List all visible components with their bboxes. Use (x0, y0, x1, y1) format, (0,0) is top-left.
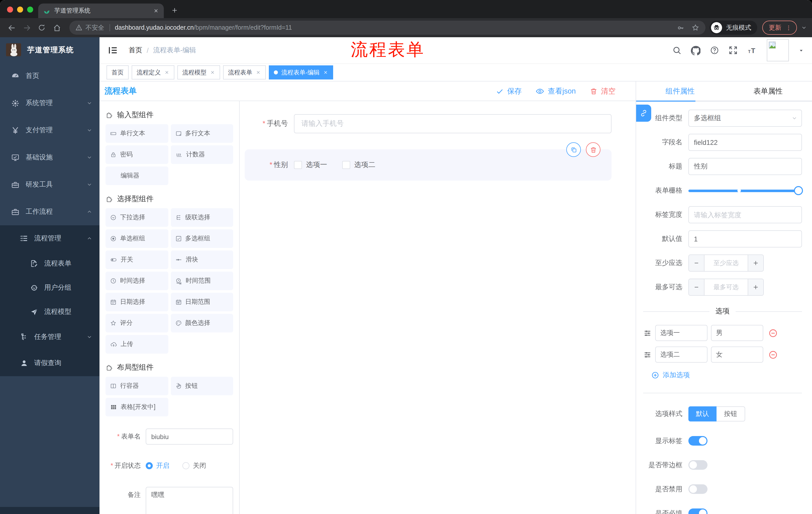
component-cascader[interactable]: 级联选择 (171, 208, 233, 227)
update-browser-button[interactable]: 更新 (762, 21, 797, 35)
tab-form-props[interactable]: 表单属性 (724, 81, 812, 101)
remove-option-button[interactable] (768, 350, 778, 359)
tag-process-form[interactable]: 流程表单 (223, 65, 266, 79)
component-slider[interactable]: 滑块 (171, 250, 233, 269)
save-button[interactable]: 保存 (496, 86, 522, 96)
gender-option-2[interactable]: 选项二 (342, 160, 375, 169)
show-label-toggle[interactable] (688, 436, 707, 445)
help-icon[interactable] (710, 46, 719, 55)
stepper-increase-button[interactable] (748, 279, 763, 295)
address-bar[interactable]: 不安全 dashboard.yudao.iocoder.cn/bpm/manag… (69, 21, 705, 35)
component-date-picker[interactable]: 日期选择 (106, 293, 168, 311)
slider-handle[interactable] (794, 186, 803, 195)
sidebar-item-system[interactable]: 系统管理 (0, 89, 99, 117)
avatar[interactable] (767, 39, 789, 61)
browser-menu-dots-icon[interactable] (785, 24, 792, 31)
tag-process-form-edit[interactable]: 流程表单-编辑 (269, 65, 333, 79)
stepper-decrease-button[interactable] (689, 255, 704, 271)
home-button[interactable] (50, 21, 63, 34)
view-json-button[interactable]: 查看json (536, 86, 576, 96)
fullscreen-icon[interactable] (729, 46, 737, 55)
tag-close-icon[interactable] (164, 70, 169, 75)
form-name-input[interactable] (146, 429, 233, 444)
option-label-input[interactable] (655, 347, 707, 362)
option-value-input[interactable] (711, 325, 763, 341)
tag-home[interactable]: 首页 (107, 65, 128, 79)
component-single-line-text[interactable]: 单行文本 (106, 124, 168, 143)
password-key-icon[interactable] (677, 24, 685, 31)
tag-close-icon[interactable] (210, 70, 215, 75)
field-name-input[interactable] (688, 134, 802, 151)
duplicate-component-button[interactable] (566, 142, 581, 157)
style-button-button[interactable]: 按钮 (717, 406, 745, 422)
required-toggle[interactable] (688, 509, 707, 514)
default-value-input[interactable] (688, 231, 802, 247)
tag-close-icon[interactable] (256, 70, 261, 75)
close-window-button[interactable] (7, 6, 13, 12)
browser-tab[interactable]: 芋道管理系统 (38, 3, 164, 18)
component-radio-group[interactable]: 单选框组 (106, 229, 168, 248)
component-table-dev[interactable]: 表格[开发中] (106, 398, 168, 416)
component-counter[interactable]: 计数器 (171, 145, 233, 164)
forward-button[interactable] (20, 21, 33, 34)
delete-component-button[interactable] (586, 142, 601, 157)
canvas-field-gender-selected[interactable]: *性别 选项一 选项二 (245, 150, 611, 181)
toolbar-chevron-icon[interactable] (801, 25, 807, 31)
component-row-container[interactable]: 行容器 (106, 377, 168, 395)
avatar-caret-icon[interactable] (799, 48, 804, 53)
component-color-picker[interactable]: 颜色选择 (171, 314, 233, 332)
form-canvas[interactable]: *手机号 请输入手机号 *性别 选项一 (240, 101, 636, 514)
checkbox-unchecked-icon[interactable] (342, 161, 350, 169)
component-checkbox-group[interactable]: 多选框组 (171, 229, 233, 248)
add-option-button[interactable]: 添加选项 (651, 371, 802, 380)
search-icon[interactable] (672, 46, 682, 55)
drag-handle-icon[interactable] (643, 350, 652, 359)
sidebar-item-payment[interactable]: 支付管理 (0, 117, 99, 144)
security-status[interactable]: 不安全 (76, 23, 104, 32)
component-type-select[interactable]: 多选框组 (688, 110, 802, 127)
component-multi-line-text[interactable]: 多行文本 (171, 124, 233, 143)
phone-field-input[interactable]: 请输入手机号 (294, 114, 611, 133)
form-remark-textarea[interactable]: 嘿嘿 (146, 487, 233, 514)
reload-button[interactable] (35, 21, 48, 34)
font-size-icon[interactable] (747, 46, 757, 55)
label-width-input[interactable] (688, 206, 802, 223)
sidebar-item-infra[interactable]: 基础设施 (0, 144, 99, 171)
tag-close-icon[interactable] (323, 70, 328, 75)
collapse-sidebar-icon[interactable] (108, 45, 119, 56)
github-icon[interactable] (691, 46, 700, 55)
component-button[interactable]: 按钮 (171, 377, 233, 395)
component-upload[interactable]: 上传 (106, 335, 168, 354)
sidebar-item-workflow[interactable]: 工作流程 (0, 198, 99, 225)
component-editor[interactable]: 编辑器 (106, 166, 168, 185)
bookmark-star-icon[interactable] (691, 24, 699, 32)
zoom-window-button[interactable] (27, 6, 33, 12)
sidebar-item-process-mgmt[interactable]: 流程管理 (0, 225, 99, 251)
component-password[interactable]: 密码 (106, 145, 168, 164)
component-switch[interactable]: 开关 (106, 250, 168, 269)
with-border-toggle[interactable] (688, 460, 707, 470)
data-binding-link-button[interactable] (636, 105, 651, 122)
sidebar-item-leave-query[interactable]: 请假查询 (0, 350, 99, 376)
back-button[interactable] (5, 21, 18, 34)
sidebar-item-task-mgmt[interactable]: 任务管理 (0, 324, 99, 350)
tag-process-model[interactable]: 流程模型 (177, 65, 220, 79)
tab-component-props[interactable]: 组件属性 (636, 81, 724, 101)
tag-process-definition[interactable]: 流程定义 (132, 65, 174, 79)
breadcrumb-home[interactable]: 首页 (128, 46, 142, 55)
option-label-input[interactable] (655, 325, 707, 341)
new-tab-button[interactable] (168, 3, 181, 17)
stepper-increase-button[interactable] (748, 255, 763, 271)
remove-option-button[interactable] (768, 328, 778, 338)
option-value-input[interactable] (711, 347, 763, 362)
minimize-window-button[interactable] (17, 6, 23, 12)
slider-track[interactable] (688, 189, 799, 192)
sidebar-item-user-group[interactable]: 用户分组 (0, 276, 99, 300)
clear-button[interactable]: 清空 (590, 86, 615, 96)
stepper-placeholder[interactable]: 最多可选 (704, 279, 748, 295)
title-input[interactable] (688, 158, 802, 175)
component-date-range[interactable]: 日期范围 (171, 293, 233, 311)
form-grid-slider[interactable] (688, 182, 802, 199)
sidebar-item-home[interactable]: 首页 (0, 62, 99, 89)
component-time-range[interactable]: 时间范围 (171, 272, 233, 290)
